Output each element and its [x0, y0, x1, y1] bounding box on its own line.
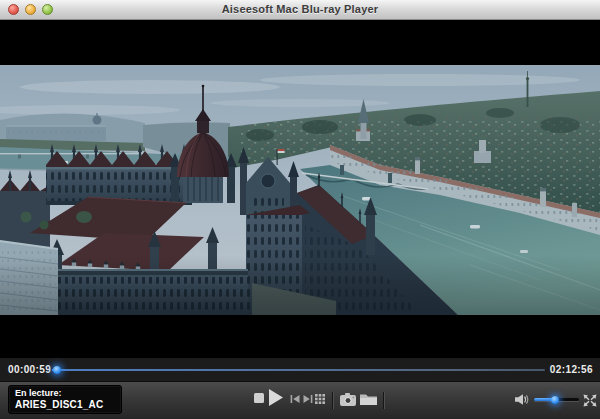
play-icon [269, 389, 283, 406]
budapest-scene [0, 65, 600, 315]
fullscreen-button[interactable] [583, 394, 597, 407]
titlebar: Aiseesoft Mac Blu-ray Player [0, 0, 600, 20]
play-button[interactable] [269, 389, 283, 406]
camera-icon [340, 393, 356, 406]
zoom-button[interactable] [42, 4, 53, 15]
grid-icon [315, 394, 325, 404]
player-window: Aiseesoft Mac Blu-ray Player [0, 0, 600, 419]
close-button[interactable] [8, 4, 19, 15]
now-playing-box: En lecture: ARIES_DISC1_AC [8, 385, 122, 414]
now-playing-label: En lecture: [15, 388, 121, 399]
skip-forward-icon [303, 395, 313, 403]
stop-icon [254, 393, 264, 403]
snapshot-button[interactable] [340, 393, 356, 406]
speaker-icon [515, 394, 529, 405]
seek-row: 00:00:59 02:12:56 [0, 357, 600, 381]
now-playing-title: ARIES_DISC1_AC [15, 399, 121, 411]
skip-back-icon [290, 395, 300, 403]
stop-button[interactable] [254, 393, 264, 403]
open-button[interactable] [360, 393, 377, 405]
skip-back-button[interactable] [290, 395, 300, 403]
volume-slider[interactable] [534, 398, 579, 401]
vignette [0, 255, 600, 315]
seek-handle[interactable] [53, 366, 61, 374]
toolbar-separator [332, 392, 333, 409]
minimize-button[interactable] [25, 4, 36, 15]
skip-forward-button[interactable] [303, 395, 313, 403]
toolbar-separator [383, 392, 384, 409]
folder-icon [360, 393, 377, 405]
fullscreen-icon [583, 394, 597, 407]
video-area[interactable] [0, 20, 600, 357]
time-elapsed: 00:00:59 [8, 364, 51, 375]
seek-slider[interactable] [52, 369, 545, 371]
window-title: Aiseesoft Mac Blu-ray Player [60, 3, 540, 15]
time-duration: 02:12:56 [550, 364, 593, 375]
mute-button[interactable] [515, 394, 529, 405]
disc-menu-button[interactable] [315, 394, 325, 404]
volume-handle[interactable] [551, 396, 559, 404]
control-bar: En lecture: ARIES_DISC1_AC [0, 381, 600, 419]
